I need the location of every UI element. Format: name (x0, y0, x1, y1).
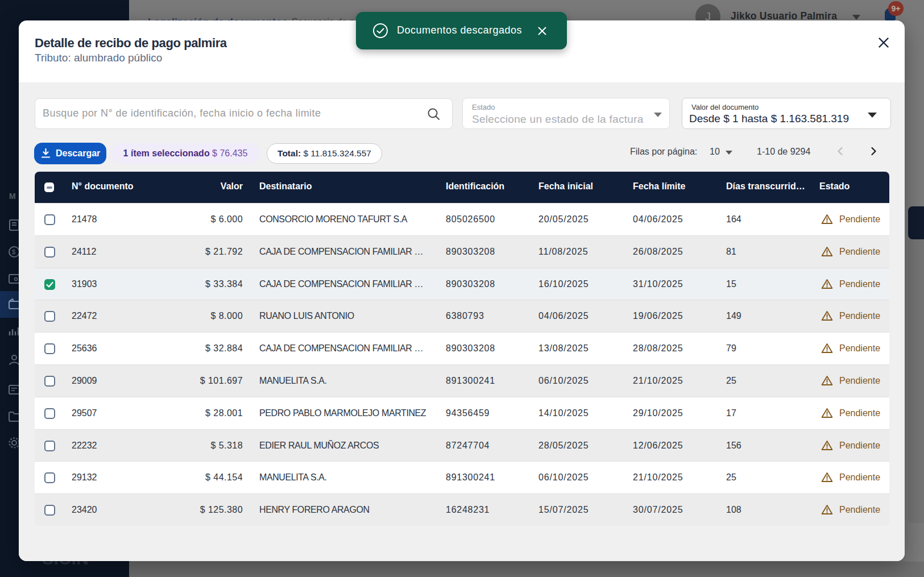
svg-text:$: $ (12, 248, 15, 255)
